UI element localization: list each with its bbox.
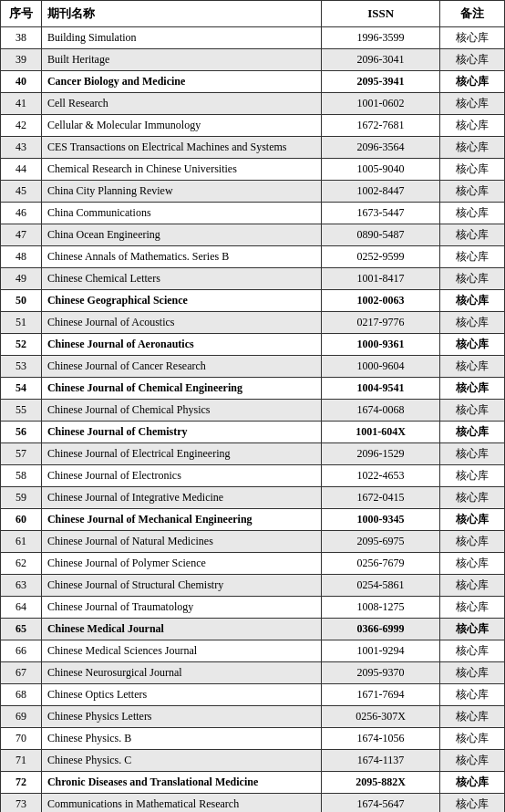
table-row: 72Chronic Diseases and Translational Med…: [1, 772, 505, 794]
cell-num: 53: [1, 356, 42, 378]
cell-name: Chinese Annals of Mathematics. Series B: [41, 246, 321, 268]
table-row: 44Chemical Research in Chinese Universit…: [1, 159, 505, 181]
cell-note: 核心库: [440, 728, 505, 750]
cell-note: 核心库: [440, 422, 505, 443]
table-row: 54Chinese Journal of Chemical Engineerin…: [1, 378, 505, 400]
cell-issn: 1001-9294: [322, 640, 440, 662]
cell-num: 64: [1, 597, 42, 619]
cell-num: 68: [1, 684, 42, 706]
cell-num: 61: [1, 531, 42, 553]
cell-name: Building Simulation: [41, 27, 321, 49]
table-row: 68Chinese Optics Letters1671-7694核心库: [1, 684, 505, 706]
cell-name: Chinese Physics. C: [41, 750, 321, 772]
table-row: 49Chinese Chemical Letters1001-8417核心库: [1, 268, 505, 290]
cell-note: 核心库: [440, 159, 505, 181]
cell-num: 50: [1, 290, 42, 312]
cell-issn: 1000-9604: [322, 356, 440, 378]
cell-issn: 1000-9361: [322, 334, 440, 356]
cell-name: Chinese Journal of Structural Chemistry: [41, 575, 321, 597]
cell-name: Chinese Chemical Letters: [41, 268, 321, 290]
cell-note: 核心库: [440, 181, 505, 203]
cell-note: 核心库: [440, 93, 505, 115]
cell-issn: 1672-0415: [322, 487, 440, 509]
cell-num: 47: [1, 224, 42, 246]
cell-note: 核心库: [440, 312, 505, 334]
cell-name: Chinese Optics Letters: [41, 684, 321, 706]
cell-num: 40: [1, 71, 42, 93]
cell-name: Chinese Journal of Polymer Science: [41, 553, 321, 575]
table-row: 39Built Heritage2096-3041核心库: [1, 49, 505, 71]
table-row: 69Chinese Physics Letters0256-307X核心库: [1, 706, 505, 728]
cell-note: 核心库: [440, 378, 505, 400]
cell-num: 62: [1, 553, 42, 575]
cell-num: 38: [1, 27, 42, 49]
cell-name: China Ocean Engineering: [41, 224, 321, 246]
cell-name: China City Planning Review: [41, 181, 321, 203]
table-row: 62Chinese Journal of Polymer Science0256…: [1, 553, 505, 575]
cell-note: 核心库: [440, 465, 505, 487]
cell-note: 核心库: [440, 640, 505, 662]
cell-issn: 0256-7679: [322, 553, 440, 575]
cell-num: 42: [1, 115, 42, 137]
cell-note: 核心库: [440, 224, 505, 246]
cell-num: 58: [1, 465, 42, 487]
cell-issn: 1674-1137: [322, 750, 440, 772]
table-row: 55Chinese Journal of Chemical Physics167…: [1, 400, 505, 422]
table-row: 51Chinese Journal of Acoustics0217-9776核…: [1, 312, 505, 334]
cell-note: 核心库: [440, 597, 505, 619]
cell-num: 73: [1, 794, 42, 813]
cell-name: Chinese Medical Journal: [41, 619, 321, 640]
cell-name: Chinese Journal of Mechanical Engineerin…: [41, 509, 321, 531]
cell-name: Chinese Neurosurgical Journal: [41, 662, 321, 684]
cell-note: 核心库: [440, 443, 505, 465]
cell-issn: 1004-9541: [322, 378, 440, 400]
cell-num: 43: [1, 137, 42, 159]
table-row: 71Chinese Physics. C1674-1137核心库: [1, 750, 505, 772]
cell-issn: 1674-5647: [322, 794, 440, 813]
table-row: 65Chinese Medical Journal0366-6999核心库: [1, 619, 505, 640]
col-header-note: 备注: [440, 1, 505, 27]
cell-issn: 1008-1275: [322, 597, 440, 619]
cell-note: 核心库: [440, 750, 505, 772]
cell-note: 核心库: [440, 400, 505, 422]
cell-name: Chronic Diseases and Translational Medic…: [41, 772, 321, 794]
cell-name: Chinese Journal of Acoustics: [41, 312, 321, 334]
table-row: 46China Communications1673-5447核心库: [1, 203, 505, 224]
cell-note: 核心库: [440, 531, 505, 553]
cell-note: 核心库: [440, 619, 505, 640]
table-row: 63Chinese Journal of Structural Chemistr…: [1, 575, 505, 597]
cell-name: Chinese Journal of Electronics: [41, 465, 321, 487]
table-header-row: 序号 期刊名称 ISSN 备注: [1, 1, 505, 27]
cell-num: 60: [1, 509, 42, 531]
table-row: 58Chinese Journal of Electronics1022-465…: [1, 465, 505, 487]
cell-note: 核心库: [440, 203, 505, 224]
table-row: 64Chinese Journal of Traumatology1008-12…: [1, 597, 505, 619]
table-row: 38Building Simulation1996-3599核心库: [1, 27, 505, 49]
cell-num: 70: [1, 728, 42, 750]
table-row: 42Cellular & Molecular Immunology1672-76…: [1, 115, 505, 137]
cell-issn: 0254-5861: [322, 575, 440, 597]
cell-num: 48: [1, 246, 42, 268]
table-row: 67Chinese Neurosurgical Journal2095-9370…: [1, 662, 505, 684]
cell-name: Chinese Journal of Traumatology: [41, 597, 321, 619]
table-row: 43CES Transactions on Electrical Machine…: [1, 137, 505, 159]
table-row: 47China Ocean Engineering0890-5487核心库: [1, 224, 505, 246]
cell-num: 54: [1, 378, 42, 400]
cell-note: 核心库: [440, 794, 505, 813]
cell-issn: 1022-4653: [322, 465, 440, 487]
cell-note: 核心库: [440, 509, 505, 531]
table-row: 73Communications in Mathematical Researc…: [1, 794, 505, 813]
cell-issn: 1005-9040: [322, 159, 440, 181]
cell-num: 71: [1, 750, 42, 772]
cell-note: 核心库: [440, 706, 505, 728]
table-row: 40Cancer Biology and Medicine2095-3941核心…: [1, 71, 505, 93]
cell-num: 49: [1, 268, 42, 290]
cell-issn: 1671-7694: [322, 684, 440, 706]
col-header-num: 序号: [1, 1, 42, 27]
cell-num: 69: [1, 706, 42, 728]
table-row: 57Chinese Journal of Electrical Engineer…: [1, 443, 505, 465]
cell-note: 核心库: [440, 246, 505, 268]
cell-note: 核心库: [440, 334, 505, 356]
cell-name: Chinese Physics. B: [41, 728, 321, 750]
cell-note: 核心库: [440, 356, 505, 378]
